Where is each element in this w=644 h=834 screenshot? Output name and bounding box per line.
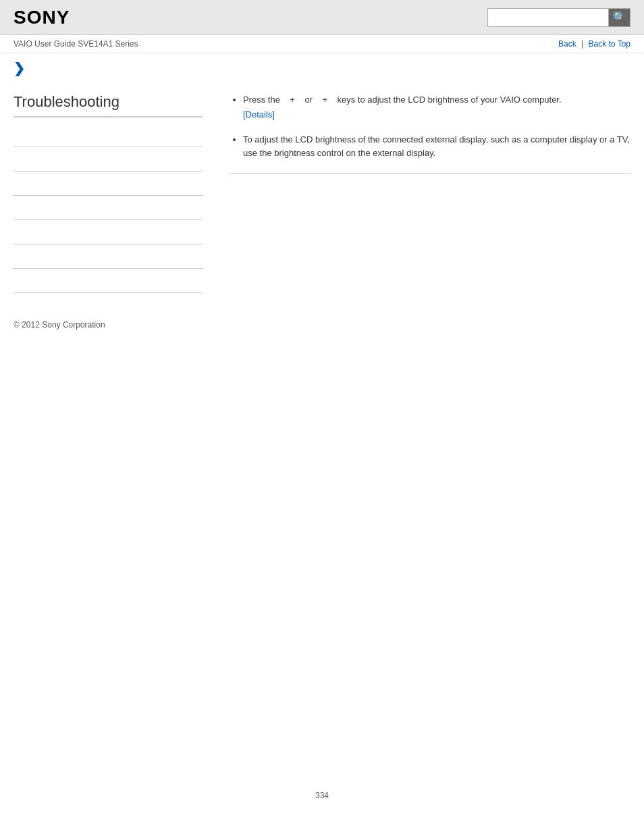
list-item-1: Press the + or + keys to adjust the LCD …: [243, 93, 630, 121]
page-number: 334: [302, 777, 342, 814]
page-header: SONY 🔍: [0, 0, 644, 35]
back-link[interactable]: Back: [558, 39, 576, 49]
bullet1-text: Press the + or + keys to adjust the LCD …: [243, 95, 562, 105]
nav-bar: VAIO User Guide SVE14A1 Series Back | Ba…: [0, 35, 644, 53]
nav-links: Back | Back to Top: [558, 39, 630, 49]
content-divider: [230, 173, 630, 174]
content-list: Press the + or + keys to adjust the LCD …: [230, 93, 630, 159]
search-container: 🔍: [487, 8, 630, 27]
sidebar-item: [14, 172, 203, 196]
sony-logo: SONY: [14, 7, 70, 28]
details-link[interactable]: [Details]: [243, 108, 630, 122]
main-content: Troubleshooting Press the + or + keys to…: [0, 80, 644, 307]
content-area: Press the + or + keys to adjust the LCD …: [216, 93, 630, 293]
copyright-text: © 2012 Sony Corporation: [14, 320, 105, 330]
search-button[interactable]: 🔍: [609, 8, 630, 27]
sidebar-item: [14, 196, 203, 220]
back-to-top-link[interactable]: Back to Top: [589, 39, 630, 49]
sidebar-item: [14, 147, 203, 172]
guide-title: VAIO User Guide SVE14A1 Series: [14, 39, 138, 49]
sidebar-item: [14, 123, 203, 147]
chevron-right-icon: ❯: [14, 61, 25, 76]
footer: © 2012 Sony Corporation: [0, 307, 644, 343]
list-item-2: To adjust the LCD brightness of the conn…: [243, 133, 630, 159]
search-icon: 🔍: [613, 11, 626, 24]
sidebar: Troubleshooting: [14, 93, 216, 293]
sidebar-item: [14, 244, 203, 269]
bullet2-text: To adjust the LCD brightness of the conn…: [243, 134, 630, 158]
sidebar-title: Troubleshooting: [14, 93, 203, 118]
breadcrumb: ❯: [0, 53, 644, 80]
nav-separator: |: [581, 39, 583, 49]
sidebar-item: [14, 220, 203, 244]
search-input[interactable]: [487, 8, 609, 27]
sidebar-item: [14, 269, 203, 293]
